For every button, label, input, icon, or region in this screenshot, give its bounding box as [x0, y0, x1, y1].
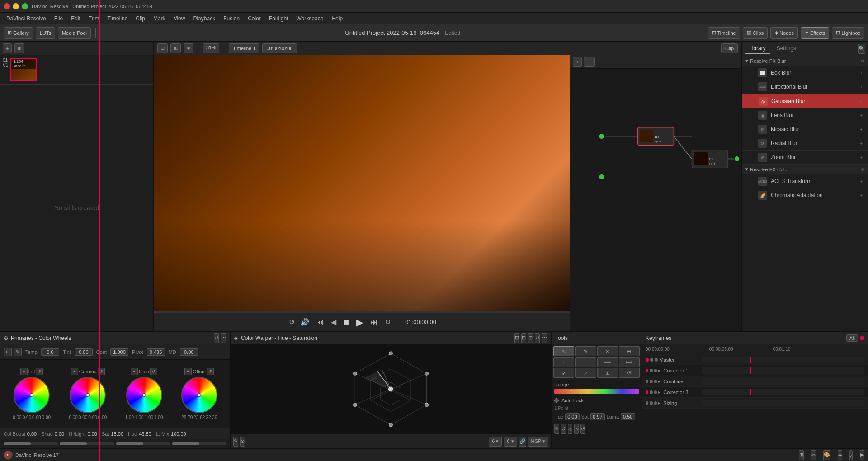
fx-aces-transform[interactable]: ACES ACES Transform + [742, 174, 868, 188]
tint-value[interactable]: 0.00 [75, 348, 93, 356]
pivot-value[interactable]: 0.435 [147, 348, 165, 356]
status-media-btn[interactable]: ⊞ [799, 450, 804, 460]
menu-mark[interactable]: Mark [150, 14, 169, 23]
node-options-btn[interactable]: ⋯ [584, 57, 595, 67]
node-canvas[interactable]: 01 ◈ ✦ 03 ⊙ ✦ [570, 69, 741, 228]
menu-workspace[interactable]: Workspace [293, 14, 327, 23]
temp-value[interactable]: 0.0 [41, 348, 59, 356]
shad-value[interactable]: 0.00 [55, 431, 64, 437]
range-bar[interactable] [554, 389, 639, 394]
stop-btn[interactable]: ■ [342, 315, 351, 329]
slider-2[interactable] [60, 442, 114, 445]
tool-bottom-3[interactable]: ◁ [568, 424, 572, 434]
tool-bottom-4[interactable]: ▷ [574, 424, 579, 434]
sat-value[interactable]: 18.00 [111, 431, 123, 437]
menu-playback[interactable]: Playback [189, 14, 219, 23]
kf-master-timeline[interactable] [702, 357, 864, 363]
menu-edit[interactable]: Edit [67, 14, 84, 23]
luma-hspvalue[interactable]: 0.50 [621, 413, 635, 420]
add-still-btn[interactable]: + [3, 43, 12, 53]
cw-settings-btn[interactable]: ⋯ [221, 333, 226, 343]
hue-hspvalue[interactable]: 0.00 [565, 413, 579, 420]
warper-link-btn[interactable]: 🔗 [519, 437, 526, 447]
tool-grid[interactable]: ⊞ [597, 368, 618, 378]
menu-clip[interactable]: Clip [132, 14, 149, 23]
gamma-wheel[interactable] [70, 377, 106, 413]
lift-wheel[interactable] [14, 377, 50, 413]
fx-directional-blur[interactable]: ⟹ Directional Blur + [742, 80, 868, 94]
effects-btn[interactable]: ✦ Effects [801, 27, 829, 39]
sort-btn[interactable]: ≡ [14, 43, 24, 53]
gamma-reset-btn[interactable]: ↺ [98, 368, 105, 375]
hue-value[interactable]: 43.80 [139, 431, 151, 437]
nodes-btn[interactable]: ◈ Nodes [770, 27, 798, 39]
kf-siz-arrow[interactable]: ▸ [658, 400, 660, 405]
status-fairlight-btn[interactable]: ♪ [849, 450, 853, 460]
kf-c1-timeline[interactable] [702, 367, 864, 374]
sat-hspvalue[interactable]: 0.97 [590, 413, 604, 420]
gain-wheel[interactable] [126, 377, 162, 413]
fx-lens-blur[interactable]: ◉ Lens Blur + [742, 108, 868, 122]
tool-expand[interactable]: ⊕ [619, 346, 640, 356]
lift-add-btn[interactable]: + [20, 368, 28, 375]
play-btn[interactable]: ▶ [354, 315, 365, 329]
cw-reset-btn[interactable]: ↺ [214, 333, 219, 343]
resolve-fx-color-category[interactable]: ▾ Resolve FX Color ⊕ [742, 165, 868, 174]
viewer-type-btn[interactable]: ⊡ [157, 43, 168, 53]
fx-mosaic-blur[interactable]: ⊞ Mosaic Blur + [742, 122, 868, 136]
fx-box-blur[interactable]: ⬜ Box Blur + [742, 66, 868, 80]
zoom-select[interactable]: 31% [203, 43, 219, 53]
resolve-fx-blur-category[interactable]: ▾ Resolve FX Blur ⊕ [742, 56, 868, 66]
col-boost-value[interactable]: 0.00 [27, 431, 37, 437]
library-tab[interactable]: Library [745, 43, 770, 54]
auto-lock-checkbox[interactable] [554, 398, 559, 403]
tool-pen[interactable]: ✎ [575, 346, 596, 356]
tool-bottom-5[interactable]: ↺ [580, 424, 585, 434]
loop-clip-btn[interactable]: ↻ [383, 316, 392, 328]
slider-3[interactable] [116, 442, 170, 445]
gain-add-btn[interactable]: + [131, 368, 138, 375]
kf-all-badge[interactable]: All [846, 334, 858, 342]
tool-add[interactable]: + [553, 357, 574, 367]
tool-reset[interactable]: ↺ [619, 368, 640, 378]
gain-reset-btn[interactable]: ↺ [150, 368, 157, 375]
warper-lock-btn[interactable]: ⊡ [528, 333, 533, 343]
menu-fusion[interactable]: Fusion [220, 14, 243, 23]
clip-thumbnail[interactable]: H.264 Baselin... [10, 58, 37, 81]
lift-reset-btn[interactable]: ↺ [36, 368, 43, 375]
auto-btn[interactable]: ⊙ [4, 348, 12, 356]
cont-value[interactable]: 1.000 [110, 348, 128, 356]
media-pool-btn[interactable]: Media Pool [58, 27, 91, 39]
luts-btn[interactable]: LUTs [36, 27, 55, 39]
menu-timeline[interactable]: Timeline [104, 14, 131, 23]
search-icon[interactable]: 🔍 [858, 44, 865, 54]
warper-canvas[interactable] [231, 344, 551, 434]
tool-bottom-2[interactable]: ↺ [561, 424, 566, 434]
timeline-btn[interactable]: ⊟ Timeline [708, 27, 740, 39]
status-deliver-btn[interactable]: ▶ [860, 450, 864, 460]
menu-fairlight[interactable]: Fairlight [265, 14, 292, 23]
close-btn[interactable] [4, 3, 10, 9]
warper-reset-btn[interactable]: ↺ [535, 333, 540, 343]
loop-icon[interactable]: ↺ [287, 316, 297, 328]
kf-comb-arrow[interactable]: ▸ [658, 379, 660, 384]
fx-zoom-blur[interactable]: ⊕ Zoom Blur + [742, 151, 868, 165]
kf-c3-timeline[interactable] [702, 389, 864, 395]
offset-reset-btn[interactable]: ↺ [207, 368, 214, 375]
slider-4[interactable] [172, 442, 226, 445]
picker-btn[interactable]: ✎ [14, 348, 22, 356]
tool-bottom-1[interactable]: ✎ [554, 424, 559, 434]
md-value[interactable]: 0.00 [180, 348, 198, 356]
tool-horiz[interactable]: ⟺ [597, 357, 618, 367]
menu-color[interactable]: Color [244, 14, 264, 23]
warper-more-btn[interactable]: ⋯ [542, 333, 547, 343]
tool-diag2[interactable]: ↗ [575, 368, 596, 378]
fx-chromatic-adaptation[interactable]: 🌈 Chromatic Adaptation + [742, 188, 868, 202]
slider-1[interactable] [4, 442, 58, 445]
node-add-btn[interactable]: + [573, 57, 582, 67]
warper-eyedrop-btn[interactable]: ⊙ [240, 437, 245, 447]
fx-gaussian-blur[interactable]: ◎ Gaussian Blur + [742, 94, 868, 108]
status-fusion-btn[interactable]: ◈ [838, 450, 842, 460]
skip-back-btn[interactable]: ⏮ [315, 316, 326, 328]
skip-fwd-btn[interactable]: ⏭ [368, 316, 379, 328]
